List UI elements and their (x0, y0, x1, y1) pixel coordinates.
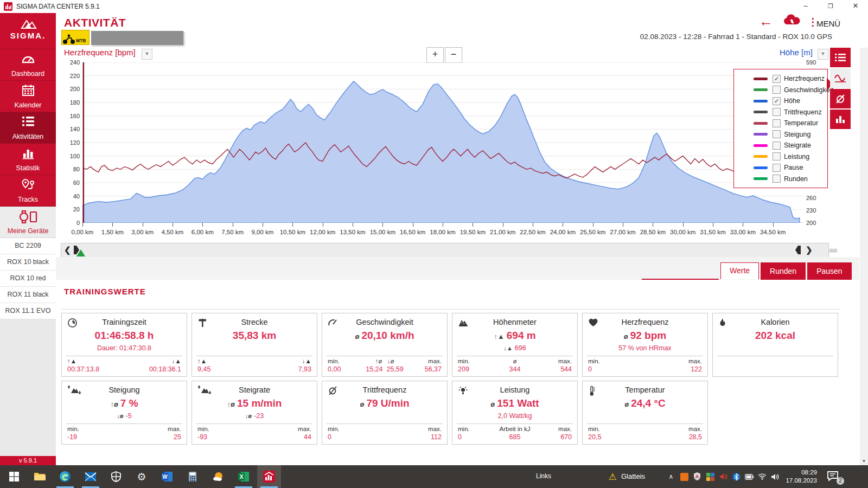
sidebar-item-kalender[interactable]: Kalender (0, 81, 56, 112)
cloud-sync-icon[interactable] (783, 14, 801, 29)
card-footer-label: max. (428, 426, 442, 432)
legend-checkbox[interactable]: ✓ (773, 97, 781, 105)
avg-icon: ø (624, 332, 628, 341)
card-footer-label: max. (688, 358, 702, 364)
legend-checkbox[interactable] (773, 108, 781, 116)
weather-alert-label[interactable]: Glatteis (621, 472, 645, 480)
left-axis-select[interactable]: Herzfrequenz [bpm] (64, 48, 136, 57)
legend-checkbox[interactable] (773, 142, 781, 150)
zoom-in-button[interactable]: + (426, 47, 444, 63)
sidebar-item-aktivitaeten[interactable]: Aktivitäten (0, 112, 56, 144)
sidebar-item-dashboard[interactable]: Dashboard (0, 49, 56, 81)
warning-icon[interactable]: ⚠ (608, 472, 617, 481)
svg-text:X: X (240, 474, 244, 480)
scroll-right-icon[interactable]: ❯ (806, 245, 813, 255)
legend-row: Temperatur (734, 118, 827, 129)
tab-pausen[interactable]: Pausen (807, 262, 851, 280)
taskbar-app-settings[interactable]: ⚙ (130, 465, 154, 488)
tray-antivirus-shield-icon[interactable]: A (692, 472, 702, 481)
minimize-button[interactable]: – (793, 0, 818, 13)
legend-label: Steigrate (784, 142, 811, 149)
scroll-position-marker[interactable] (76, 249, 85, 256)
right-axis-select[interactable]: Höhe [m] (780, 48, 813, 57)
average-view-button[interactable] (830, 89, 851, 108)
card-subvalue: 2,0 Watt/kg (452, 412, 577, 420)
tray-bluetooth-icon[interactable] (731, 472, 741, 481)
taskbar-app-sigma[interactable] (257, 465, 281, 488)
right-axis-dropdown-icon[interactable]: ▼ (818, 49, 828, 60)
sidebar-item-geraete[interactable]: Meine Geräte (0, 207, 56, 238)
close-button[interactable]: ✕ (843, 0, 868, 13)
legend-checkbox[interactable] (773, 119, 781, 127)
distribution-view-button[interactable] (830, 110, 851, 129)
card-value-text: 15 m/min (237, 397, 282, 409)
device-item[interactable]: BC 2209 (0, 238, 56, 254)
scrollbar-grip-icon[interactable]: ≡≡ (829, 246, 837, 255)
taskbar-app-word[interactable]: W (155, 465, 179, 488)
dashboard-icon (0, 49, 56, 70)
card-title: Geschwindigkeit (322, 318, 447, 326)
device-item[interactable]: ROX 11 black (0, 287, 56, 303)
chart-scrollbar[interactable]: ❮ ❯ (61, 243, 829, 258)
sport-type-badge[interactable]: MTB (61, 30, 90, 45)
scroll-handle-right-a-icon[interactable] (795, 245, 801, 255)
tab-werte[interactable]: Werte (720, 262, 759, 279)
menu-button[interactable]: MENÜ (816, 19, 840, 28)
taskbar-app-explorer[interactable] (28, 465, 52, 488)
device-item[interactable]: ROX 11.1 EVO (0, 303, 56, 319)
x-axis-tick (202, 223, 203, 227)
tray-red-speaker-icon[interactable] (718, 472, 728, 481)
device-list: BC 2209ROX 10 blackROX 10 redROX 11 blac… (0, 238, 56, 319)
taskbar-app-edge[interactable] (53, 465, 77, 488)
legend-checkbox[interactable] (773, 86, 781, 94)
taskbar-app-defender[interactable] (104, 465, 128, 488)
zoom-out-button[interactable]: − (445, 47, 462, 63)
taskbar-app-excel[interactable]: X (232, 465, 256, 488)
taskbar-app-weather[interactable] (206, 465, 230, 488)
aktivitaeten-icon (0, 112, 56, 133)
card-title: Trainingszeit (62, 318, 187, 326)
back-arrow-icon[interactable]: ← (759, 13, 773, 30)
y-axis-right-label: 230 (806, 207, 825, 214)
card-footer-value: 9,45 (197, 365, 210, 373)
app-vertical-scrollbar[interactable]: ▼ (860, 48, 868, 465)
tray-orange-app-icon[interactable] (679, 472, 689, 481)
maximize-button[interactable]: ❐ (818, 0, 843, 13)
tray-wifi-icon[interactable] (757, 472, 767, 481)
taskbar-links-label[interactable]: Links (536, 472, 551, 480)
training-card: Temperaturø24,4 °Cmin.20,5max.28,5 (582, 381, 708, 445)
scroll-left-icon[interactable]: ❮ (64, 245, 71, 255)
sidebar-item-statistik[interactable]: Statistik (0, 144, 56, 175)
curve-view-button[interactable] (830, 68, 851, 88)
tray-battery-icon[interactable] (744, 472, 754, 481)
scroll-down-icon[interactable]: ▼ (860, 457, 868, 465)
legend-checkbox[interactable] (773, 164, 781, 172)
sidebar-item-label: Statistik (0, 164, 56, 172)
tray-graphics-app-icon[interactable] (705, 472, 715, 481)
legend-row: Steigrate (734, 140, 827, 151)
sigma-logo: SIGMA. (0, 13, 56, 49)
card-title: Strecke (192, 318, 317, 326)
card-footer-value: 0 (588, 365, 592, 373)
taskbar-app-calculator[interactable] (181, 465, 205, 488)
app-icon (4, 2, 12, 11)
legend-checkbox[interactable] (773, 130, 781, 138)
activity-chart[interactable] (82, 62, 803, 223)
taskbar-app-mail[interactable] (79, 465, 103, 488)
taskbar-clock[interactable]: 08:29 17.08.2023 (775, 468, 817, 485)
card-divider (587, 423, 703, 424)
legend-checkbox[interactable] (773, 152, 781, 160)
sidebar-item-tracks[interactable]: Tracks (0, 175, 56, 207)
tray-chevron-up-icon[interactable]: ∧ (666, 472, 676, 481)
left-axis-dropdown-icon[interactable]: ▼ (142, 49, 152, 60)
device-item[interactable]: ROX 10 black (0, 254, 56, 271)
action-center-icon[interactable]: 2 (827, 471, 841, 483)
list-view-button[interactable] (830, 48, 851, 67)
card-value-text: 92 bpm (630, 330, 667, 341)
training-values-grid: Trainingszeit01:46:58.8 hDauer: 01:47:30… (61, 313, 841, 445)
taskbar-app-start[interactable] (2, 465, 26, 488)
legend-checkbox[interactable]: ✓ (773, 75, 781, 83)
device-item[interactable]: ROX 10 red (0, 271, 56, 287)
legend-checkbox[interactable] (773, 175, 781, 183)
tab-runden[interactable]: Runden (761, 262, 806, 280)
